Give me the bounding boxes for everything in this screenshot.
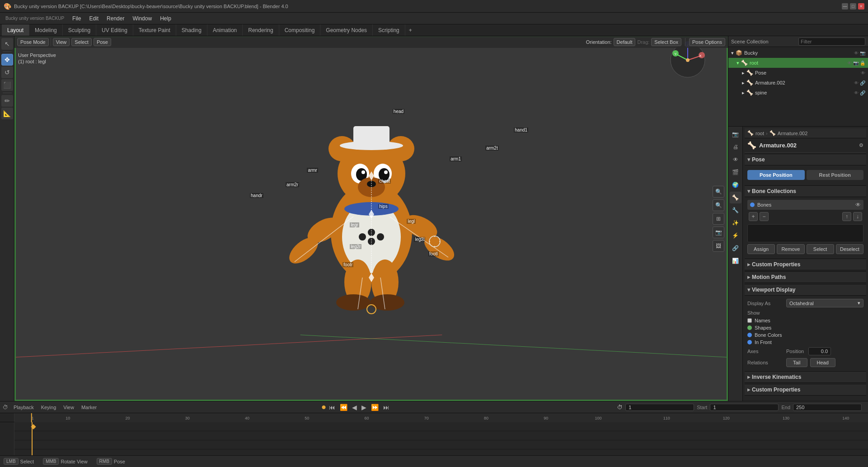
prev-keyframe-button[interactable]: ⏪ — [338, 404, 349, 411]
tail-button[interactable]: Tail — [786, 358, 807, 367]
tab-layout[interactable]: Layout — [2, 24, 29, 36]
prop-world-btn[interactable]: 🌍 — [730, 179, 741, 191]
tool-move[interactable]: ✥ — [1, 54, 13, 66]
keyframe-dot: ⬤ — [322, 405, 326, 409]
tab-texture-paint[interactable]: Texture Paint — [133, 24, 176, 36]
position-input[interactable] — [808, 347, 831, 355]
menu-file[interactable]: File — [69, 14, 84, 23]
section-pose-header[interactable]: ▾ Pose — [745, 154, 866, 165]
section-custom-props-header[interactable]: ▸ Custom Properties — [745, 259, 866, 270]
prop-object-btn[interactable]: 🦴 — [730, 192, 741, 203]
outliner-item-armature002[interactable]: ▸ 🦴 Armature.002 👁 🔗 — [728, 78, 868, 88]
tool-annotate[interactable]: ✏ — [1, 95, 13, 107]
minimize-button[interactable]: — — [842, 3, 848, 9]
section-ik-header[interactable]: ▸ Inverse Kinematics — [745, 371, 866, 383]
prop-render-btn[interactable]: 📷 — [730, 128, 741, 140]
prop-particles-btn[interactable]: ✨ — [730, 217, 741, 229]
mode-selector[interactable]: Pose Mode — [17, 38, 49, 46]
prop-output-btn[interactable]: 🖨 — [730, 141, 741, 153]
prop-object-data-btn[interactable]: 📊 — [730, 255, 741, 267]
outliner-item-spine[interactable]: ▸ 🦴 spine 👁 🔗 — [728, 88, 868, 98]
section-custom-properties-header[interactable]: ▸ Custom Properties — [745, 384, 866, 396]
section-bone-collections-header[interactable]: ▾ Bone Collections — [745, 185, 866, 197]
window-controls[interactable]: — □ ✕ — [842, 3, 864, 9]
pose-position-button[interactable]: Pose Position — [747, 170, 805, 180]
display-as-dropdown[interactable]: Octahedral ▾ — [786, 299, 863, 307]
deselect-button[interactable]: Deselect — [836, 244, 863, 254]
zoom-in-btn[interactable]: 🔍 — [713, 186, 724, 198]
jump-start-button[interactable]: ⏮ — [328, 404, 337, 411]
tab-modeling[interactable]: Modeling — [29, 24, 63, 36]
playback-menu[interactable]: Playback — [12, 404, 36, 411]
rest-position-button[interactable]: Rest Position — [807, 170, 864, 180]
in-front-dot[interactable] — [747, 340, 752, 344]
prop-modifier-btn[interactable]: 🔧 — [730, 204, 741, 216]
menu-render[interactable]: Render — [103, 14, 128, 23]
end-frame-input[interactable] — [793, 404, 862, 411]
tool-cursor[interactable]: ↖ — [1, 38, 13, 50]
tab-scripting[interactable]: Scripting — [373, 24, 405, 36]
assign-button[interactable]: Assign — [747, 244, 775, 254]
zoom-fit-btn[interactable]: ⊞ — [713, 213, 724, 225]
add-workspace-button[interactable]: + — [405, 24, 416, 36]
keying-menu[interactable]: Keying — [39, 404, 58, 411]
head-button[interactable]: Head — [810, 358, 835, 367]
next-keyframe-button[interactable]: ⏩ — [370, 404, 380, 411]
outliner-search[interactable] — [798, 38, 865, 46]
prop-physics-btn[interactable]: ⚡ — [730, 230, 741, 241]
tab-shading[interactable]: Shading — [176, 24, 207, 36]
camera-btn[interactable]: 📷 — [713, 226, 724, 238]
collection-move-down-button[interactable]: ↓ — [853, 212, 862, 221]
tab-compositing[interactable]: Compositing — [279, 24, 321, 36]
tab-uv-editing[interactable]: UV Editing — [96, 24, 133, 36]
outliner-item-root[interactable]: ▾ 🦴 root 👁 📷 🔒 — [728, 58, 868, 68]
tool-rotate[interactable]: ↺ — [1, 66, 13, 78]
drag-selector[interactable]: Select Box — [651, 38, 681, 46]
shapes-dot[interactable] — [747, 325, 752, 330]
view-menu-timeline[interactable]: View — [61, 404, 76, 411]
tab-rendering[interactable]: Rendering — [243, 24, 279, 36]
collection-add-button[interactable]: + — [749, 212, 758, 221]
timeline-frames-area[interactable] — [14, 422, 868, 455]
menu-window[interactable]: Window — [129, 14, 155, 23]
select-button[interactable]: Select — [807, 244, 834, 254]
tool-measure[interactable]: 📐 — [1, 108, 13, 119]
current-frame-input[interactable] — [625, 404, 694, 411]
orientation-selector[interactable]: Default — [614, 38, 636, 46]
jump-end-button[interactable]: ⏭ — [382, 404, 391, 411]
tab-sculpting[interactable]: Sculpting — [63, 24, 96, 36]
viewport-3d[interactable]: Pose Mode View Select Pose Orientation: … — [14, 36, 728, 401]
play-button[interactable]: ▶ — [360, 404, 368, 411]
collection-remove-button[interactable]: − — [760, 212, 769, 221]
menu-help[interactable]: Help — [156, 14, 175, 23]
prop-constraints-btn[interactable]: 🔗 — [730, 242, 741, 254]
prop-scene-btn[interactable]: 🎬 — [730, 166, 741, 178]
section-motion-paths-header[interactable]: ▸ Motion Paths — [745, 271, 866, 283]
bone-colors-dot[interactable] — [747, 333, 752, 337]
collection-move-up-button[interactable]: ↑ — [842, 212, 851, 221]
tab-geometry-nodes[interactable]: Geometry Nodes — [320, 24, 373, 36]
section-viewport-display-header[interactable]: ▾ Viewport Display — [745, 284, 866, 296]
close-button[interactable]: ✕ — [858, 3, 864, 9]
select-menu[interactable]: Select — [71, 38, 92, 46]
play-reverse-button[interactable]: ◀ — [351, 404, 358, 411]
view-menu[interactable]: View — [53, 38, 70, 46]
marker-menu[interactable]: Marker — [80, 404, 99, 411]
pose-menu[interactable]: Pose — [94, 38, 111, 46]
start-frame-input[interactable] — [710, 404, 779, 411]
prop-view-btn[interactable]: 👁 — [730, 154, 741, 165]
remove-button[interactable]: Remove — [777, 244, 804, 254]
timeline-content[interactable] — [0, 422, 868, 455]
outliner-item-pose[interactable]: ▸ 🦴 Pose 👁 — [728, 68, 868, 78]
outliner-item-bucky[interactable]: ▾ 📦 Bucky 👁 📷 — [728, 48, 868, 58]
maximize-button[interactable]: □ — [850, 3, 856, 9]
pose-options-btn[interactable]: Pose Options — [689, 38, 725, 46]
menu-item-0[interactable]: Bucky unity version BACKUP — [2, 15, 68, 22]
tab-animation[interactable]: Animation — [207, 24, 243, 36]
zoom-out-btn[interactable]: 🔍 — [713, 199, 724, 211]
names-checkbox[interactable] — [747, 318, 752, 323]
render-btn[interactable]: 🖼 — [713, 240, 724, 252]
bone-coll-visibility-icon[interactable]: 👁 — [855, 202, 861, 208]
menu-edit[interactable]: Edit — [85, 14, 102, 23]
tool-scale[interactable]: ⬛ — [1, 79, 13, 91]
